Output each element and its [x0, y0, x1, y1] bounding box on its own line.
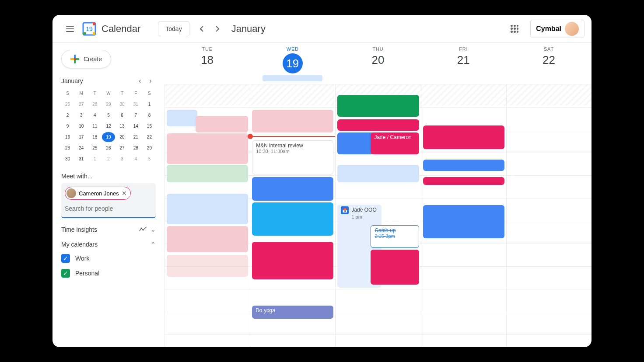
event-block[interactable] [167, 226, 248, 252]
calendar-checkbox[interactable]: ✓ [61, 269, 70, 278]
event-block[interactable] [337, 95, 419, 117]
event-block[interactable] [167, 194, 248, 224]
grid-body[interactable]: M&N internal review 10:30–11:30am Do yog… [164, 84, 592, 347]
mini-cal-day[interactable]: 28 [88, 99, 101, 109]
create-button[interactable]: Create [61, 50, 111, 68]
prev-period-button[interactable] [195, 22, 209, 36]
day-number[interactable]: 20 [335, 53, 420, 67]
event-block[interactable] [337, 119, 419, 131]
mini-cal-day[interactable]: 22 [143, 132, 156, 142]
day-col-fri[interactable] [421, 84, 506, 347]
mini-cal-day[interactable]: 15 [143, 121, 156, 131]
mini-cal-day[interactable]: 3 [116, 154, 129, 164]
mini-cal-day[interactable]: 20 [116, 132, 129, 142]
chevron-down-icon[interactable]: ⌄ [150, 226, 156, 233]
mini-cal-day[interactable]: 18 [88, 132, 101, 142]
calendar-entry[interactable]: ✓Work [61, 254, 156, 263]
mini-cal-day[interactable]: 13 [116, 121, 129, 131]
event-do-yoga[interactable]: Do yoga [252, 306, 333, 319]
event-block[interactable] [167, 165, 248, 182]
event-block[interactable] [252, 177, 333, 201]
mini-cal-day[interactable]: 3 [75, 110, 88, 120]
mini-cal-day[interactable]: 29 [143, 143, 156, 153]
day-header[interactable]: TUE18 [164, 43, 250, 84]
chip-remove-icon[interactable]: ✕ [122, 190, 127, 197]
event-block[interactable] [371, 250, 419, 285]
day-col-wed[interactable]: M&N internal review 10:30–11:30am Do yog… [250, 84, 335, 347]
event-block[interactable] [167, 255, 248, 277]
mini-cal-day[interactable]: 30 [61, 154, 74, 164]
mini-cal-day[interactable]: 8 [143, 110, 156, 120]
mini-cal-day[interactable]: 23 [61, 143, 74, 153]
mini-cal-day[interactable]: 21 [130, 132, 142, 142]
mini-cal-day[interactable]: 1 [143, 99, 156, 109]
day-number[interactable]: 22 [506, 53, 592, 67]
mini-cal-day[interactable]: 4 [130, 154, 142, 164]
calendar-checkbox[interactable]: ✓ [61, 254, 70, 263]
mini-cal-day[interactable]: 19 [102, 132, 115, 142]
mini-cal-day[interactable]: 17 [75, 132, 88, 142]
mini-cal-day[interactable]: 30 [116, 99, 129, 109]
time-insights-row[interactable]: Time insights ⌄ [61, 226, 156, 233]
event-block[interactable] [423, 125, 504, 149]
calendar-entry[interactable]: ✓Personal [61, 269, 156, 278]
day-col-thu[interactable]: Jade / Cameron 📅Jade OOO 1 pm Catch up 2… [335, 84, 420, 347]
mini-cal-day[interactable]: 2 [102, 154, 115, 164]
event-block[interactable] [167, 133, 248, 164]
event-catch-up-cancelled[interactable]: Catch up 2:15-3pm [371, 225, 419, 248]
my-calendars-row[interactable]: My calendars ⌃ [61, 241, 156, 248]
event-jade-cameron[interactable]: Jade / Cameron [371, 132, 419, 154]
allday-event-pill[interactable] [262, 75, 322, 81]
mini-cal-day[interactable]: 26 [102, 143, 115, 153]
day-header[interactable]: FRI21 [421, 43, 506, 84]
org-brand-chip[interactable]: Cymbal [530, 20, 584, 38]
event-block[interactable] [167, 110, 197, 126]
event-block[interactable] [337, 165, 419, 182]
mini-cal-prev[interactable]: ‹ [135, 77, 145, 85]
mini-cal-day[interactable]: 28 [130, 143, 142, 153]
mini-cal-day[interactable]: 5 [102, 110, 115, 120]
day-header[interactable]: WED19 [250, 43, 335, 84]
mini-cal-day[interactable]: 14 [130, 121, 142, 131]
mini-cal-day[interactable]: 29 [102, 99, 115, 109]
event-block[interactable] [196, 116, 248, 132]
mini-cal-day[interactable]: 26 [61, 99, 74, 109]
event-block[interactable] [423, 177, 504, 185]
main-menu-button[interactable] [60, 18, 80, 39]
day-number[interactable]: 18 [164, 53, 250, 67]
user-avatar[interactable] [565, 22, 579, 36]
day-number[interactable]: 21 [421, 53, 506, 67]
chevron-up-icon[interactable]: ⌃ [150, 241, 156, 248]
day-header[interactable]: SAT22 [506, 43, 592, 84]
mini-cal-day[interactable]: 25 [88, 143, 101, 153]
mini-cal-day[interactable]: 7 [130, 110, 142, 120]
day-number[interactable]: 19 [283, 53, 303, 73]
mini-cal-day[interactable]: 31 [75, 154, 88, 164]
event-block[interactable] [252, 242, 333, 279]
mini-cal-day[interactable]: 2 [61, 110, 74, 120]
mini-cal-day[interactable]: 5 [143, 154, 156, 164]
event-block[interactable] [252, 202, 333, 236]
today-button[interactable]: Today [158, 21, 189, 36]
event-internal-review[interactable]: M&N internal review 10:30–11:30am [252, 140, 333, 174]
meet-with-chip[interactable]: Cameron Jones ✕ [65, 187, 131, 200]
mini-cal-next[interactable]: › [145, 77, 156, 85]
people-search-input[interactable] [65, 203, 152, 214]
event-block[interactable] [423, 160, 504, 171]
mini-cal-day[interactable]: 27 [75, 99, 88, 109]
mini-cal-day[interactable]: 24 [75, 143, 88, 153]
mini-cal-day[interactable]: 6 [116, 110, 129, 120]
event-block[interactable] [423, 205, 504, 238]
day-col-sat[interactable] [506, 84, 592, 347]
google-apps-button[interactable] [506, 20, 523, 38]
mini-cal-day[interactable]: 10 [75, 121, 88, 131]
mini-cal-day[interactable]: 11 [88, 121, 101, 131]
event-block[interactable] [252, 110, 333, 132]
next-period-button[interactable] [210, 22, 224, 36]
mini-cal-day[interactable]: 31 [130, 99, 142, 109]
mini-cal-day[interactable]: 27 [116, 143, 129, 153]
mini-cal-day[interactable]: 12 [102, 121, 115, 131]
day-col-tue[interactable] [164, 84, 250, 347]
mini-cal-day[interactable]: 4 [88, 110, 101, 120]
mini-cal-day[interactable]: 16 [61, 132, 74, 142]
